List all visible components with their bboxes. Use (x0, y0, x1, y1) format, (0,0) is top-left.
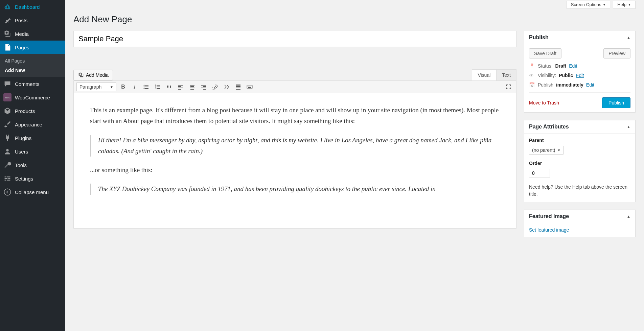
svg-point-1 (144, 85, 145, 86)
keyboard-button[interactable] (245, 82, 254, 92)
set-featured-image-link[interactable]: Set featured image (529, 227, 569, 233)
sidebar-item-comments[interactable]: Comments (0, 77, 65, 91)
insert-more-button[interactable] (222, 82, 231, 92)
svg-rect-26 (236, 86, 240, 87)
sidebar-item-posts[interactable]: Posts (0, 14, 65, 27)
visibility-label: Visibility: (538, 73, 556, 78)
sidebar-item-label: Posts (15, 18, 28, 23)
edit-visibility-link[interactable]: Edit (576, 73, 584, 78)
add-media-button[interactable]: Add Media (73, 70, 113, 80)
link-button[interactable] (210, 82, 220, 92)
toggle-icon[interactable]: ▲ (627, 36, 630, 40)
postbox-title: Page Attributes (529, 124, 569, 130)
italic-button[interactable]: I (130, 82, 139, 92)
sidebar-item-label: Pages (15, 45, 29, 50)
wrench-icon (3, 161, 12, 169)
sidebar-item-plugins[interactable]: Plugins (0, 131, 65, 145)
bold-button[interactable]: B (118, 82, 128, 92)
help-tab[interactable]: Help ▼ (613, 1, 636, 9)
sidebar-item-tools[interactable]: Tools (0, 158, 65, 172)
sidebar-item-users[interactable]: Users (0, 145, 65, 158)
svg-rect-4 (145, 87, 148, 87)
top-tabs: Screen Options ▼ Help ▼ (73, 0, 636, 9)
format-value: Paragraph (79, 84, 101, 90)
visual-tab[interactable]: Visual (472, 69, 496, 80)
toolbar-toggle-button[interactable] (233, 82, 243, 92)
svg-rect-2 (145, 85, 148, 86)
text-tab[interactable]: Text (496, 69, 516, 80)
sidebar-item-collapse[interactable]: Collapse menu (0, 185, 65, 199)
svg-point-0 (4, 189, 10, 195)
caret-down-icon: ▼ (628, 3, 631, 6)
svg-rect-28 (236, 89, 240, 90)
woo-icon: Woo (3, 93, 12, 101)
tab-label: Help (617, 2, 626, 7)
svg-rect-13 (178, 85, 183, 86)
editor-blockquote: Hi there! I'm a bike messenger by day, a… (90, 135, 500, 157)
bullet-list-button[interactable] (141, 82, 151, 92)
status-label: Status: (538, 63, 553, 69)
sidebar-item-settings[interactable]: Settings (0, 172, 65, 185)
blockquote-button[interactable] (164, 82, 174, 92)
calendar-icon: 📅 (529, 82, 535, 88)
svg-rect-8 (157, 85, 160, 86)
publish-button[interactable]: Publish (602, 97, 630, 108)
svg-point-3 (144, 87, 145, 88)
sidebar-item-label: Comments (15, 81, 40, 87)
product-icon (3, 107, 12, 115)
toggle-icon[interactable]: ▲ (627, 125, 630, 129)
tab-label: Screen Options (571, 2, 601, 7)
svg-rect-19 (190, 88, 194, 88)
collapse-icon (3, 188, 12, 196)
editor-content[interactable]: This is an example page. It's different … (73, 93, 516, 229)
order-input[interactable] (529, 169, 550, 178)
editor-paragraph: ...or something like this: (90, 165, 500, 175)
submenu-add-new[interactable]: Add New (0, 66, 65, 75)
order-label: Order (529, 161, 630, 166)
align-right-button[interactable] (199, 82, 208, 92)
svg-rect-14 (178, 86, 181, 87)
sidebar-item-appearance[interactable]: Appearance (0, 118, 65, 131)
camera-icon (78, 72, 84, 78)
sidebar-submenu: All Pages Add New (0, 54, 65, 77)
caret-down-icon: ▼ (557, 148, 560, 152)
svg-rect-20 (190, 89, 194, 90)
sidebar-item-label: Dashboard (15, 4, 40, 10)
move-to-trash-link[interactable]: Move to Trash (529, 100, 559, 105)
page-attributes-box: Page Attributes ▲ Parent (no parent) ▼ O… (524, 120, 636, 202)
submenu-all-pages[interactable]: All Pages (0, 56, 65, 66)
svg-rect-23 (201, 88, 206, 88)
svg-rect-21 (201, 85, 206, 86)
preview-button[interactable]: Preview (603, 48, 630, 58)
edit-schedule-link[interactable]: Edit (586, 82, 594, 88)
sliders-icon (3, 174, 12, 183)
svg-rect-10 (157, 87, 160, 87)
status-value: Draft (555, 63, 567, 69)
svg-rect-34 (248, 87, 251, 88)
parent-select[interactable]: (no parent) ▼ (529, 146, 564, 155)
screen-options-tab[interactable]: Screen Options ▼ (567, 1, 611, 9)
media-icon (3, 30, 12, 38)
align-center-button[interactable] (187, 82, 197, 92)
title-input[interactable] (73, 31, 516, 47)
format-dropdown[interactable]: Paragraph ▼ (76, 82, 116, 91)
svg-rect-29 (247, 85, 252, 89)
sidebar-item-products[interactable]: Products (0, 104, 65, 118)
fullscreen-button[interactable] (504, 82, 513, 92)
editor-blockquote: The XYZ Doohickey Company was founded in… (90, 184, 500, 194)
number-list-button[interactable]: 123 (153, 82, 162, 92)
button-label: Add Media (86, 72, 109, 78)
toggle-icon[interactable]: ▲ (627, 214, 630, 218)
sidebar-item-dashboard[interactable]: Dashboard (0, 0, 65, 14)
sidebar-item-pages[interactable]: Pages (0, 41, 65, 54)
sidebar-item-woocommerce[interactable]: Woo WooCommerce (0, 91, 65, 104)
editor-paragraph: This is an example page. It's different … (90, 105, 500, 127)
align-left-button[interactable] (176, 82, 185, 92)
svg-rect-22 (203, 86, 206, 87)
sidebar-item-label: WooCommerce (15, 95, 50, 100)
sidebar-item-media[interactable]: Media (0, 27, 65, 41)
save-draft-button[interactable]: Save Draft (529, 48, 561, 58)
edit-status-link[interactable]: Edit (569, 63, 577, 69)
dashboard-icon (3, 3, 12, 11)
sidebar-item-label: Collapse menu (15, 189, 49, 195)
